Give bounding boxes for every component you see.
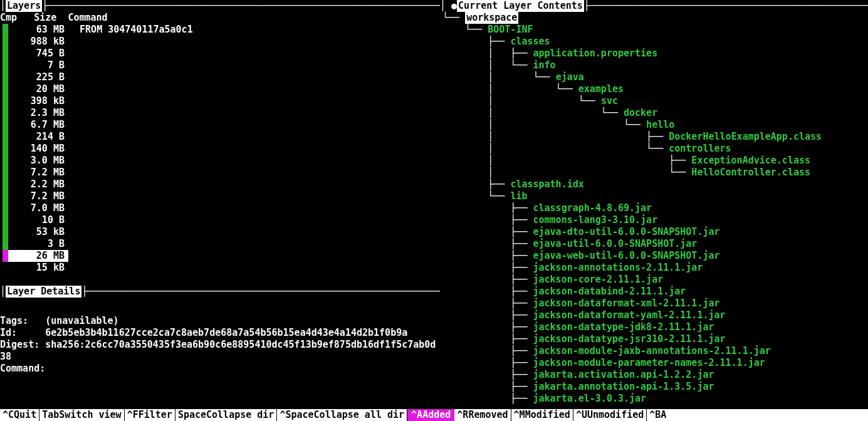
digest-value: sha256:2c6cc70a3550435f3ea6b90c6e8895410… [0,339,436,362]
layer-row[interactable]: 6.7 MB [0,119,440,131]
cmp-indicator [3,179,8,190]
tree-item[interactable]: ├── ejava-util-6.0.0-SNAPSHOT.jar [442,238,868,250]
statusbar-item[interactable]: Tab Switch view [39,409,124,421]
tree-item-name: examples [578,83,624,95]
layer-command [68,131,440,143]
tree-item[interactable]: │ └── examples [442,83,868,95]
layer-row[interactable]: 20 MB [0,83,440,95]
layer-size: 15 kB [8,262,68,274]
tree-item[interactable]: ├── classes [442,36,868,48]
tree-item[interactable]: ├── jakarta.el-3.0.3.jar [442,393,868,405]
tree-item[interactable]: ├── jakarta.activation.api-1.2.2.jar [442,369,868,381]
tree-item[interactable]: ├── commons-lang3-3.10.jar [442,214,868,226]
tree-item[interactable]: └── BOOT-INF [442,24,868,36]
layer-row[interactable]: 15 kB [0,262,440,274]
statusbar-item[interactable]: ^R Removed [454,409,511,421]
layer-row[interactable]: 63 MB FROM 304740117a5a0c1 [0,24,440,36]
tree-item[interactable]: ├── jackson-dataformat-yaml-2.11.1.jar [442,309,868,321]
layer-command [68,48,440,60]
tree-item-name: HelloController.class [691,167,810,179]
cmp-indicator [3,155,8,167]
tree-item-name: ejava [556,71,584,83]
tree-item[interactable]: │ └── controllers [442,143,868,155]
layer-row[interactable]: 2.3 MB [0,107,440,119]
layer-row[interactable]: 225 B [0,71,440,83]
cmp-indicator [3,36,8,48]
statusbar-item[interactable]: ^M Modified [511,409,573,421]
layers-header-row: Cmp Size Command [0,12,440,24]
tree-item[interactable]: │ └── hello [442,119,868,131]
statusbar-item[interactable]: ^A Added [407,409,454,421]
tags-value: (unavailable) [45,315,118,326]
tree-root[interactable]: └── workspace [442,12,868,24]
tree-root-label: workspace [465,12,518,24]
layer-row[interactable]: 7.2 MB [0,167,440,179]
tree-item-name: DockerHelloExampleApp.class [669,131,822,143]
layer-command: FROM 304740117a5a0c1 [68,24,440,36]
statusbar-item[interactable]: ^B A [647,409,669,421]
statusbar-item[interactable]: ^C Quit [0,409,39,421]
layer-command [68,179,440,190]
tree-item[interactable]: └── lib [442,190,868,202]
cmp-indicator [3,238,8,250]
tree-item-name: jackson-annotations-2.11.1.jar [533,262,703,274]
tree-item[interactable]: ├── jackson-datatype-jsr310-2.11.1.jar [442,333,868,345]
tree-item[interactable]: ├── classpath.idx [442,179,868,190]
layer-row[interactable]: 3.0 MB [0,155,440,167]
layer-row[interactable]: 2.2 MB [0,179,440,190]
layer-row[interactable]: 7 B [0,60,440,71]
layer-size: 3 B [8,238,68,250]
cmp-indicator [3,60,8,71]
tree-item[interactable]: │ └── ejava [442,71,868,83]
tree-item[interactable]: ├── jakarta.annotation-api-1.3.5.jar [442,381,868,393]
layer-row[interactable]: 10 B [0,214,440,226]
layer-details-body: Tags: (unavailable) Id: 6e2b5eb3b4b11627… [0,298,440,375]
layer-row[interactable]: 398 kB [0,95,440,107]
layer-row[interactable]: 26 MB [0,250,440,262]
layer-row[interactable]: 7.0 MB [0,202,440,214]
layers-list[interactable]: 63 MB FROM 304740117a5a0c1988 kB 745 B 7… [0,24,440,274]
layer-row[interactable]: 53 kB [0,226,440,238]
tree-item[interactable]: ├── ejava-web-util-6.0.0-SNAPSHOT.jar [442,250,868,262]
tree-item[interactable]: ├── jackson-module-parameter-names-2.11.… [442,357,868,369]
tree-item[interactable]: │ └── svc [442,95,868,107]
tree-item-name: jackson-module-parameter-names-2.11.1.ja… [533,357,765,369]
layer-row[interactable]: 7.2 MB [0,190,440,202]
tree-item[interactable]: │ └── HelloController.class [442,167,868,179]
layer-size: 745 B [8,48,68,60]
layer-row[interactable]: 988 kB [0,36,440,48]
layer-command [68,119,440,131]
layer-row[interactable]: 3 B [0,238,440,250]
tree-item[interactable]: │ └── info [442,60,868,71]
statusbar-item[interactable]: ^U Unmodified [573,409,647,421]
layer-command [68,155,440,167]
tree-item[interactable]: ├── jackson-module-jaxb-annotations-2.11… [442,345,868,357]
file-tree[interactable]: └── workspace └── BOOT-INF ├── classes │… [440,12,868,405]
tree-item[interactable]: ├── jackson-dataformat-xml-2.11.1.jar [442,298,868,309]
layer-row[interactable]: 140 MB [0,143,440,155]
statusbar-item[interactable]: ^F Filter [125,409,175,421]
tags-label: Tags: [0,315,28,326]
layer-row[interactable]: 745 B [0,48,440,60]
tree-item[interactable]: ├── jackson-annotations-2.11.1.jar [442,262,868,274]
tree-item[interactable]: │ ├── ExceptionAdvice.class [442,155,868,167]
id-label: Id: [0,327,17,338]
layer-command [68,36,440,48]
tree-item[interactable]: ├── classgraph-4.8.69.jar [442,202,868,214]
statusbar-item[interactable]: Space Collapse dir [175,409,278,421]
tree-item-name: jackson-datatype-jsr310-2.11.1.jar [533,333,726,345]
tree-item[interactable]: │ ├── application.properties [442,48,868,60]
statusbar-item[interactable]: ^Space Collapse all dir [277,409,407,421]
tree-item[interactable]: │ ├── DockerHelloExampleApp.class [442,131,868,143]
cmp-indicator [3,190,8,202]
tree-item[interactable]: ├── jackson-core-2.11.1.jar [442,274,868,286]
layer-size: 7 B [8,60,68,71]
layers-panel-title: │ Layers ├ ─────────────────────────────… [0,0,440,12]
tree-item[interactable]: ├── jackson-datatype-jdk8-2.11.1.jar [442,321,868,333]
tree-item[interactable]: │ └── docker [442,107,868,119]
tree-item[interactable]: ├── jackson-databind-2.11.1.jar [442,286,868,298]
layer-contents-title: │ ● Current Layer Contents ├ ───────────… [440,0,868,12]
layer-row[interactable]: 214 B [0,131,440,143]
layer-command [68,190,440,202]
tree-item[interactable]: ├── ejava-dto-util-6.0.0-SNAPSHOT.jar [442,226,868,238]
